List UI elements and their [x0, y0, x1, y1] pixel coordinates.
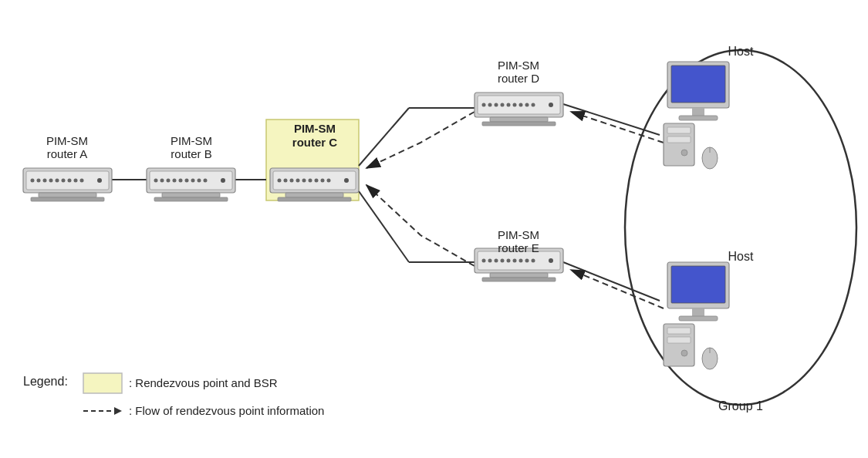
svg-point-67: [532, 259, 535, 263]
svg-point-65: [519, 259, 523, 263]
legend-arrow: [114, 407, 122, 415]
group1-label: Group 1: [718, 399, 763, 413]
svg-rect-41: [285, 193, 343, 197]
svg-point-68: [549, 258, 553, 263]
router-a-label2: router A: [47, 147, 88, 160]
svg-point-24: [198, 179, 201, 183]
svg-rect-55: [490, 117, 548, 122]
host1-computer: [664, 62, 729, 169]
svg-point-45: [482, 103, 486, 107]
svg-point-46: [488, 103, 492, 107]
svg-rect-13: [39, 193, 96, 197]
svg-point-40: [344, 178, 349, 183]
svg-point-48: [501, 103, 505, 107]
link-c-d-upper: [359, 108, 409, 166]
svg-rect-27: [162, 193, 220, 197]
legend-text1: : Rendezvous point and BSR: [129, 376, 278, 389]
svg-point-7: [56, 179, 59, 183]
router-d-label: PIM-SM: [498, 59, 539, 72]
diagram: PIM-SM router A PIM-SM router B PIM-SM r…: [0, 0, 868, 458]
svg-point-9: [68, 179, 72, 183]
svg-point-4: [37, 179, 41, 183]
svg-rect-82: [671, 266, 725, 303]
svg-point-17: [154, 179, 158, 183]
svg-point-36: [309, 179, 312, 183]
router-e-label2: router E: [498, 241, 539, 254]
svg-point-39: [327, 179, 331, 183]
group1-ellipse: [625, 50, 856, 405]
svg-rect-28: [154, 197, 228, 201]
router-b: [147, 168, 235, 201]
svg-point-66: [525, 259, 529, 263]
svg-point-21: [179, 179, 183, 183]
svg-point-32: [284, 179, 288, 183]
svg-point-59: [482, 259, 486, 263]
svg-point-10: [74, 179, 78, 183]
svg-rect-74: [679, 116, 718, 120]
router-b-label: PIM-SM: [171, 134, 212, 147]
svg-point-18: [160, 179, 164, 183]
svg-point-49: [507, 103, 511, 107]
svg-point-52: [525, 103, 529, 107]
svg-point-35: [302, 179, 306, 183]
svg-point-11: [80, 179, 84, 183]
svg-point-53: [532, 103, 535, 107]
svg-rect-86: [667, 328, 691, 334]
svg-point-51: [519, 103, 523, 107]
svg-rect-77: [667, 136, 691, 143]
svg-point-23: [191, 179, 195, 183]
svg-point-61: [495, 259, 498, 263]
svg-rect-56: [482, 122, 556, 126]
dashed-host2-e: [571, 270, 664, 308]
router-a: [23, 168, 112, 201]
svg-point-26: [221, 178, 225, 183]
router-c-label: PIM-SM: [294, 122, 336, 135]
svg-point-20: [173, 179, 177, 183]
svg-point-62: [501, 259, 505, 263]
svg-rect-42: [278, 197, 351, 201]
svg-point-22: [185, 179, 189, 183]
svg-point-50: [513, 103, 517, 107]
svg-point-47: [495, 103, 498, 107]
svg-point-34: [296, 179, 300, 183]
svg-point-63: [507, 259, 511, 263]
svg-rect-87: [667, 337, 691, 343]
router-b-label2: router B: [171, 147, 211, 160]
dashed-d-c: [366, 112, 475, 168]
svg-point-31: [278, 179, 282, 183]
svg-rect-14: [31, 197, 104, 201]
router-a-label: PIM-SM: [46, 134, 88, 147]
router-d-label2: router D: [498, 72, 539, 85]
svg-point-64: [513, 259, 517, 263]
legend-word: Legend:: [23, 375, 68, 388]
legend-box: [83, 373, 122, 393]
svg-point-19: [167, 179, 171, 183]
svg-point-6: [49, 179, 53, 183]
svg-point-25: [204, 179, 208, 183]
svg-point-3: [31, 179, 35, 183]
svg-rect-69: [490, 273, 548, 278]
svg-point-38: [321, 179, 325, 183]
svg-point-88: [681, 350, 687, 356]
host2-computer: [664, 262, 729, 369]
svg-point-12: [97, 178, 102, 183]
svg-point-78: [681, 150, 687, 156]
router-d: [475, 93, 563, 126]
svg-point-5: [43, 179, 47, 183]
svg-rect-73: [692, 108, 704, 116]
svg-point-54: [549, 103, 553, 107]
svg-rect-72: [671, 66, 725, 103]
svg-rect-76: [667, 127, 691, 133]
router-e-label: PIM-SM: [498, 228, 539, 241]
svg-point-33: [290, 179, 294, 183]
router-c-label2: router C: [292, 136, 338, 149]
svg-rect-70: [482, 278, 556, 281]
svg-point-60: [488, 259, 492, 263]
host2-label: Host: [728, 250, 754, 263]
svg-rect-84: [679, 316, 718, 321]
link-e-host2: [563, 262, 660, 301]
svg-point-8: [62, 179, 66, 183]
svg-point-37: [315, 179, 319, 183]
svg-rect-83: [692, 308, 704, 316]
link-d-host1: [563, 104, 660, 135]
